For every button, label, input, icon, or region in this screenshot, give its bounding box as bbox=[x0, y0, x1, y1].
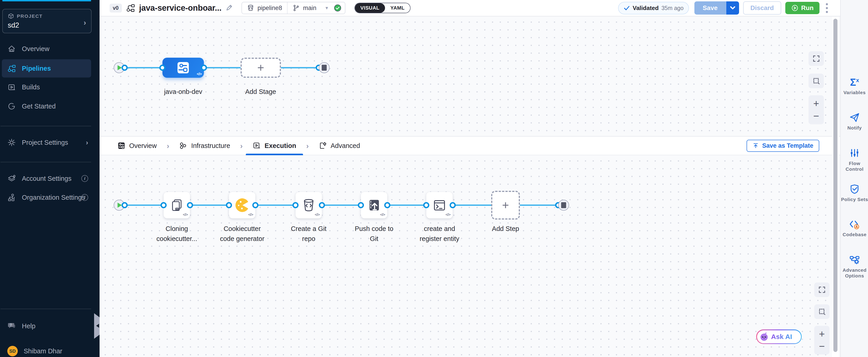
connector-port[interactable] bbox=[423, 202, 429, 208]
run-label: Run bbox=[801, 4, 813, 11]
info-icon[interactable]: i bbox=[81, 194, 88, 201]
yaml-mode-button[interactable]: YAML bbox=[385, 3, 410, 13]
fullscreen-icon bbox=[812, 55, 820, 62]
connector-port[interactable] bbox=[161, 202, 167, 208]
marquee-select-icon bbox=[818, 308, 826, 316]
sidebar-item-label: Project Settings bbox=[22, 139, 68, 146]
sidebar-item-label: Builds bbox=[22, 84, 40, 91]
sidebar-item-help[interactable]: ? Help bbox=[0, 317, 99, 335]
stage-connector-line bbox=[125, 67, 324, 68]
scrollbar-thumb[interactable] bbox=[833, 19, 837, 352]
stage-tabbar: Overview › Infrastructure › Execution › … bbox=[99, 136, 840, 155]
connector-port[interactable] bbox=[450, 202, 456, 208]
connector-port[interactable] bbox=[226, 202, 232, 208]
rail-item-notify[interactable]: Notify bbox=[841, 112, 868, 130]
step-create-and-register-entity[interactable]: </> bbox=[426, 192, 453, 218]
discard-button[interactable]: Discard bbox=[743, 1, 781, 14]
step-create-git-repo[interactable]: </> bbox=[296, 192, 322, 218]
rail-item-advanced-options[interactable]: Advanced Options bbox=[841, 255, 868, 278]
execution-graph-canvas[interactable]: </> </> </> bbox=[99, 155, 840, 357]
sidebar-item-label: Help bbox=[22, 322, 35, 330]
visual-mode-button[interactable]: VISUAL bbox=[355, 3, 385, 13]
tab-overview[interactable]: Overview bbox=[111, 137, 163, 155]
connector-port[interactable] bbox=[319, 202, 325, 208]
project-selector-card[interactable]: PROJECT sd2 › bbox=[2, 9, 92, 33]
step-push-code-to-git[interactable]: </> bbox=[361, 192, 387, 218]
sidebar-item-account-settings[interactable]: Account Settings i bbox=[0, 169, 99, 188]
connector-port[interactable] bbox=[122, 65, 128, 71]
save-as-template-button[interactable]: Save as Template bbox=[747, 140, 819, 152]
fullscreen-button[interactable] bbox=[814, 282, 830, 297]
connector-port[interactable] bbox=[201, 65, 207, 71]
save-button[interactable]: Save bbox=[694, 1, 725, 14]
rail-item-policy-sets[interactable]: Policy Sets bbox=[841, 184, 868, 202]
sidebar-divider bbox=[0, 309, 91, 309]
chevron-right-icon: › bbox=[84, 18, 86, 27]
user-menu[interactable]: SD Shibam Dhar bbox=[0, 342, 99, 357]
connector-port[interactable] bbox=[384, 202, 391, 208]
rail-label: Codebase bbox=[842, 232, 866, 237]
step-label: Cookiecuttercode generator bbox=[210, 224, 274, 244]
ai-mascot-icon bbox=[760, 332, 769, 341]
flow-control-icon bbox=[849, 148, 860, 158]
select-mode-button[interactable] bbox=[814, 304, 830, 319]
save-options-button[interactable] bbox=[726, 1, 739, 14]
step-cookiecutter-code-generator[interactable]: </> bbox=[229, 192, 255, 218]
vertical-scrollbar[interactable] bbox=[832, 17, 839, 357]
validated-status-badge[interactable]: Validated 35m ago bbox=[618, 2, 689, 14]
stage-node-java-onb-dev[interactable]: </> bbox=[162, 58, 204, 78]
connector-port[interactable] bbox=[292, 202, 299, 208]
zoom-in-button[interactable]: + bbox=[813, 98, 819, 109]
branch-name: main bbox=[303, 5, 316, 11]
sidebar-item-get-started[interactable]: Get Started bbox=[0, 97, 99, 115]
select-mode-button[interactable] bbox=[809, 73, 824, 88]
branch-selector[interactable]: main ▾ bbox=[287, 2, 333, 14]
rail-item-codebase[interactable]: Codebase bbox=[841, 219, 868, 237]
run-play-icon bbox=[791, 4, 799, 11]
pipeline-store-value: pipeline8 bbox=[257, 5, 282, 11]
edit-pipeline-button[interactable] bbox=[225, 4, 233, 12]
sidebar-item-organization-settings[interactable]: Organization Settings i bbox=[0, 188, 99, 207]
tab-advanced[interactable]: Advanced bbox=[312, 137, 367, 155]
pipeline-store-selector[interactable]: pipeline8 bbox=[242, 2, 287, 14]
yaml-code-badge: </> bbox=[380, 212, 385, 217]
connector-port[interactable] bbox=[122, 202, 128, 208]
info-icon[interactable]: i bbox=[81, 175, 88, 182]
sidebar-item-label: Overview bbox=[22, 45, 50, 53]
project-label-row: PROJECT bbox=[8, 13, 86, 19]
add-step-label: Add Step bbox=[474, 224, 537, 234]
sidebar-item-project-settings[interactable]: Project Settings › bbox=[0, 133, 99, 152]
ask-ai-button[interactable]: Ask AI bbox=[756, 329, 802, 344]
tab-execution[interactable]: Execution bbox=[246, 137, 303, 155]
connector-port[interactable] bbox=[187, 202, 193, 208]
zoom-in-button[interactable]: + bbox=[819, 329, 825, 339]
stage-graph-canvas[interactable]: </> + java-onb-dev Add Stage + − bbox=[99, 17, 840, 136]
right-toolbar-rail: Σx Variables Notify Flow Control Policy … bbox=[840, 0, 868, 357]
yaml-code-badge: </> bbox=[445, 212, 451, 217]
add-stage-button[interactable]: + bbox=[241, 58, 281, 78]
step-cloning-cookiecutter[interactable]: </> bbox=[163, 192, 190, 218]
fullscreen-button[interactable] bbox=[809, 51, 824, 66]
run-button[interactable]: Run bbox=[785, 2, 819, 14]
tab-infrastructure[interactable]: Infrastructure bbox=[173, 137, 237, 155]
connector-port[interactable] bbox=[358, 202, 364, 208]
sidebar-item-overview[interactable]: Overview bbox=[0, 40, 99, 58]
connector-port[interactable] bbox=[252, 202, 258, 208]
rail-item-variables[interactable]: Σx Variables bbox=[841, 75, 868, 95]
zoom-out-button[interactable]: − bbox=[813, 111, 819, 121]
avatar: SD bbox=[7, 346, 18, 356]
pipeline-end-node[interactable] bbox=[319, 62, 330, 73]
play-icon bbox=[118, 65, 122, 70]
terminal-icon bbox=[432, 198, 446, 212]
connector-port[interactable] bbox=[159, 65, 166, 71]
policy-sets-icon bbox=[849, 184, 860, 194]
sidebar-item-builds[interactable]: Builds bbox=[0, 78, 99, 96]
sidebar-item-pipelines[interactable]: Pipelines bbox=[2, 59, 91, 78]
zoom-out-button[interactable]: − bbox=[819, 341, 825, 351]
add-step-button[interactable]: + bbox=[491, 191, 520, 219]
pipeline-studio-app: PROJECT sd2 › Overview Pipelines Builds … bbox=[0, 0, 868, 357]
more-options-button[interactable] bbox=[824, 2, 830, 14]
chevron-right-icon: › bbox=[86, 139, 88, 146]
rail-item-flow-control[interactable]: Flow Control bbox=[841, 148, 868, 172]
execution-end-node[interactable] bbox=[558, 200, 569, 211]
